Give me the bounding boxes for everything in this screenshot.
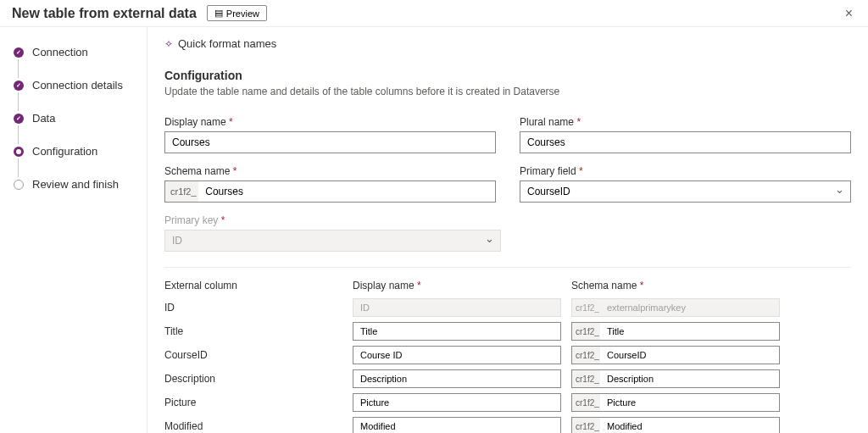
column-display-name-input[interactable] [353,393,561,412]
external-column-name: Title [164,325,342,337]
schema-name-label: Schema name * [164,165,496,177]
table-row: IDcr1f2_ [164,298,851,317]
table-row: Modifiedcr1f2_ [164,417,851,433]
check-icon [14,80,24,91]
schema-prefix: cr1f2_ [164,180,198,203]
content-area: ✧ Quick format names Configuration Updat… [147,27,868,433]
column-schema-name-input[interactable] [600,346,780,364]
step-label: Connection details [32,79,123,92]
schema-prefix: cr1f2_ [571,393,600,412]
section-subtitle: Update the table name and details of the… [164,86,851,97]
display-name-input[interactable] [164,131,496,153]
wand-icon: ✧ [164,38,173,50]
page-title: New table from external data [12,6,197,21]
column-schema-name-input[interactable] [600,369,780,388]
step-label: Data [32,112,55,125]
col-external-header: External column [164,280,342,291]
quick-format-label: Quick format names [178,37,276,50]
preview-button[interactable]: ▤ Preview [207,5,267,21]
columns-header: External column Display name * Schema na… [164,280,851,291]
future-step-icon [14,180,24,190]
external-column-name: Description [164,373,342,385]
step-connection[interactable]: Connection [14,46,147,58]
external-column-name: Modified [164,420,342,432]
columns-list: IDcr1f2_Titlecr1f2_CourseIDcr1f2_Descrip… [164,298,851,433]
step-configuration[interactable]: Configuration [14,145,147,158]
divider [164,267,851,268]
schema-name-input[interactable] [198,180,496,203]
step-label: Connection [32,46,88,58]
schema-prefix: cr1f2_ [571,346,600,364]
step-label: Configuration [32,145,97,158]
column-schema-name-input [600,298,780,317]
quick-format-names[interactable]: ✧ Quick format names [164,37,851,50]
column-display-name-input[interactable] [353,346,561,364]
plural-name-input[interactable] [520,131,851,153]
external-column-name: Picture [164,397,342,408]
column-display-name-input[interactable] [353,369,561,388]
wizard-sidebar: Connection Connection details Data Confi… [0,27,147,433]
step-data[interactable]: Data [14,112,147,125]
table-row: CourseIDcr1f2_ [164,346,851,364]
schema-prefix: cr1f2_ [571,322,600,341]
external-column-name: CourseID [164,349,342,361]
schema-prefix: cr1f2_ [571,369,600,388]
table-row: Descriptioncr1f2_ [164,369,851,388]
close-icon[interactable]: × [842,3,856,25]
primary-field-label: Primary field * [520,165,851,177]
step-label: Review and finish [32,178,119,191]
column-display-name-input [353,298,561,317]
preview-label: Preview [226,8,259,19]
table-row: Titlecr1f2_ [164,322,851,341]
column-schema-name-input[interactable] [600,322,780,341]
column-display-name-input[interactable] [353,417,561,433]
col-display-header: Display name * [353,280,561,291]
step-review-finish[interactable]: Review and finish [14,178,147,191]
header: New table from external data ▤ Preview × [0,0,868,27]
check-icon [14,47,24,58]
table-row: Picturecr1f2_ [164,393,851,412]
step-connection-details[interactable]: Connection details [14,79,147,92]
current-step-icon [14,147,24,157]
display-name-label: Display name * [164,116,496,128]
primary-field-select[interactable] [520,180,851,203]
schema-prefix: cr1f2_ [571,298,600,317]
primary-key-select [164,230,501,252]
external-column-name: ID [164,302,342,314]
column-schema-name-input[interactable] [600,393,780,412]
col-schema-header: Schema name * [571,280,780,291]
preview-icon: ▤ [214,8,223,19]
column-schema-name-input[interactable] [600,417,780,433]
check-icon [14,114,24,124]
primary-key-label: Primary key * [164,214,501,226]
plural-name-label: Plural name * [520,116,851,128]
column-display-name-input[interactable] [353,322,561,341]
schema-prefix: cr1f2_ [571,417,600,433]
section-title: Configuration [164,69,851,82]
